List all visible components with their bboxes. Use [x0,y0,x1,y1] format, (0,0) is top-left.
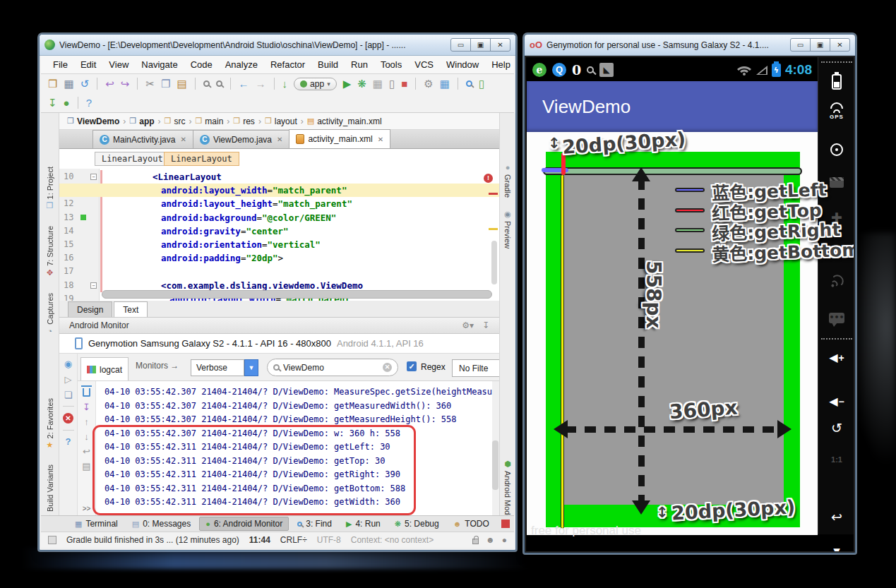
menu-analyze[interactable]: Analyze [219,59,264,70]
coverage-icon[interactable]: ▦ [373,78,383,89]
gradle-sync-icon[interactable] [466,80,472,87]
volume-up-icon[interactable]: ◀+ [818,352,854,364]
maximize-button[interactable]: ▣ [810,38,830,52]
minimize-button[interactable]: ▭ [450,38,471,52]
code-line[interactable]: android:layout_height="match_parent" [161,198,352,209]
back-icon[interactable]: ↩ [818,510,854,524]
close-icon[interactable]: ✕ [378,136,383,143]
run-icon[interactable]: ▶ [343,78,352,89]
sms-icon[interactable]: ••• [818,313,854,323]
one-to-one-icon[interactable]: 1:1 [818,455,854,464]
warning-stripe-mark[interactable] [489,228,498,230]
menu-edit[interactable]: Edit [74,59,102,70]
fold-icon[interactable]: − [90,174,97,180]
menu-file[interactable]: File [47,59,74,70]
logcat-scrollbar[interactable] [492,440,498,490]
breadcrumb-res[interactable]: ❒res [231,116,257,126]
sdk-manager-icon[interactable]: ▯ [479,78,484,89]
close-button[interactable]: ✕ [490,38,510,52]
debug-icon[interactable]: ❋ [357,78,366,89]
tool-stripe-Captures[interactable]: Captures ◔ [41,293,59,335]
code-editor[interactable]: LinearLayoutLinearLayout 101112131415161… [59,149,499,301]
error-indicator-icon[interactable]: ! [484,174,493,183]
clear-search-icon[interactable]: ✕ [383,363,392,372]
sync-icon[interactable]: ↺ [80,78,90,89]
more-icon[interactable]: >> [83,505,91,512]
forward-icon[interactable]: → [256,78,266,89]
maximize-button[interactable]: ▣ [470,38,491,52]
layout-inspector-icon[interactable]: ❏ [64,390,73,400]
sort-lines-icon[interactable]: ↓ [282,78,288,89]
scroll-to-end-icon[interactable]: ↧ [83,402,90,412]
help-icon[interactable]: ? [86,97,92,108]
status-toggle-icon[interactable] [48,536,56,544]
terminate-app-icon[interactable]: ✕ [63,413,73,424]
code-line[interactable]: android:gravity="center" [161,226,289,236]
menu-view[interactable]: View [102,59,135,70]
studio-title-bar[interactable]: ViewDemo - [E:\Development\Development\A… [40,35,515,56]
open-project-icon[interactable]: ❒ [48,78,57,89]
clear-logcat-icon[interactable] [83,388,90,397]
tool-stripe-1: Project[interactable]: 1: Project ❒ [41,167,59,210]
code-line[interactable]: <com.example.dsliang.viewdemo.ViewDemo [161,280,363,291]
phone-battery-icon[interactable] [818,74,854,90]
code-line[interactable]: android:layout_width="match_parent" [161,185,347,196]
encoding-widget[interactable]: UTF-8 [317,535,341,545]
tool-tab-Terminal[interactable]: ▦Terminal [69,517,124,530]
camera-icon[interactable] [818,143,854,156]
genymotion-title-bar[interactable]: oO Genymotion for personal use - Samsung… [525,35,855,56]
horizontal-scrollbar[interactable] [102,290,492,299]
tool-stripe-7: Structure[interactable]: 7: Structure ✥ [41,226,59,277]
error-stripe-mark[interactable] [489,193,498,195]
log-level-dropdown-arrow[interactable]: ▼ [244,359,258,376]
code-line[interactable]: android:background="@color/GREEN" [161,212,336,223]
stop-icon[interactable]: ■ [401,78,407,89]
find-icon[interactable] [203,80,210,87]
tab-design[interactable]: Design [68,301,112,317]
code-line[interactable]: android:orientation="vertical" [161,239,321,250]
tab-logcat[interactable]: logcat [80,357,129,381]
tool-tab-4: Run[interactable]: ▶4: Run [340,517,386,530]
tab-text[interactable]: Text [114,301,148,317]
menu-code[interactable]: Code [184,59,219,70]
breadcrumb-layout[interactable]: ❒layout [263,116,299,126]
copy-icon[interactable]: ❐ [161,78,170,89]
tool-tab-5: Debug[interactable]: ❋5: Debug [389,517,445,530]
cut-icon[interactable]: ✂ [145,78,155,89]
code-line[interactable]: <LinearLayout [153,172,222,182]
save-all-icon[interactable]: ▦ [64,78,73,89]
undo-icon[interactable]: ↩ [105,78,114,89]
menu-vcs[interactable]: VCS [408,59,440,70]
gear-icon[interactable]: ⚙▾ [462,320,474,330]
log-line[interactable]: 04-10 03:55:42.307 21404-21404/? D/ViewD… [104,401,451,411]
tag-chip-LinearLayout[interactable]: LinearLayout [95,152,170,166]
tool-stripe-2: Favorites[interactable]: 2: Favorites ★ [41,398,59,449]
event-log-alert-icon[interactable] [501,520,510,528]
print-icon[interactable]: ▤ [82,462,90,471]
device-selector-row[interactable]: Genymotion Samsung Galaxy S2 - 4.1.1 - A… [59,334,499,354]
menu-window[interactable]: Window [440,59,485,70]
log-line[interactable]: 04-10 03:55:42.307 21404-21404/? D/ViewD… [104,387,492,397]
breadcrumb-src[interactable]: ❒src [162,116,188,126]
menu-navigate[interactable]: Navigate [135,59,184,70]
context-widget[interactable]: Context: <no context> [351,535,434,545]
screen-record-icon[interactable]: ▷ [65,375,72,384]
replace-icon[interactable] [216,80,222,87]
logcat-search-input[interactable]: ViewDemo ✕ [267,359,398,376]
screenshot-icon[interactable]: ◉ [64,359,72,368]
podcast-icon[interactable] [818,275,854,289]
breadcrumb-app[interactable]: ❒app [127,116,156,126]
up-stack-icon[interactable]: ↑ [84,417,89,426]
run-config-dropdown[interactable]: app▾ [294,78,337,90]
sdk-download-icon[interactable]: ↧ [48,97,57,108]
menu-refactor[interactable]: Refactor [264,59,311,70]
avd-manager-icon[interactable]: ● [64,97,70,108]
tag-chip-LinearLayout[interactable]: LinearLayout [164,152,239,166]
download-icon[interactable]: ↧ [482,320,489,330]
help-icon[interactable]: ? [66,437,71,446]
memory-indicator-icon[interactable]: ● [502,535,507,545]
volume-down-icon[interactable]: ◀− [818,396,854,407]
down-stack-icon[interactable]: ↓ [84,432,89,441]
tab-monitors[interactable]: Monitors → [136,361,179,371]
tool-stripe-Build Variants[interactable]: Build Variants ⬢ [41,464,59,522]
